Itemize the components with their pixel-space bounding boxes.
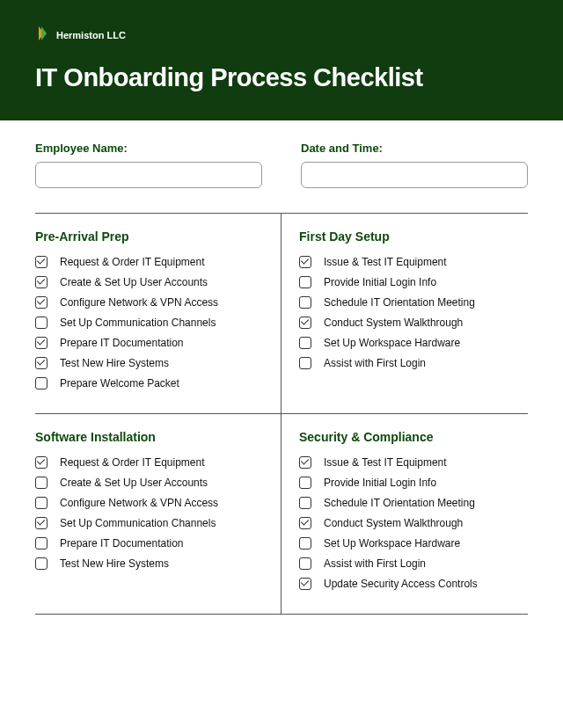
datetime-input[interactable] [301,162,528,188]
checklist-item: Conduct System Walkthrough [299,517,528,529]
item-label: Create & Set Up User Accounts [60,477,208,489]
checkbox[interactable] [299,578,311,590]
checklist-item: Request & Order IT Equipment [35,456,263,469]
item-label: Provide Initial Login Info [324,276,436,288]
checklist-grid: Pre-Arrival PrepRequest & Order IT Equip… [35,213,528,615]
header: Hermiston LLC IT Onboarding Process Chec… [0,0,563,120]
checklist-item: Update Security Access Controls [299,578,528,590]
item-label: Create & Set Up User Accounts [60,276,208,288]
checkbox[interactable] [35,377,48,389]
checkbox[interactable] [299,497,311,509]
checklist-item: Test New Hire Systems [35,557,263,570]
checkbox[interactable] [299,256,311,268]
checklist-item: Assist with First Login [299,357,528,369]
section-title: Security & Compliance [299,430,528,444]
page-title: IT Onboarding Process Checklist [35,63,528,92]
datetime-field: Date and Time: [301,142,528,188]
company-name: Hermiston LLC [56,30,126,40]
item-label: Conduct System Walkthrough [324,517,463,529]
checkbox[interactable] [299,517,311,529]
checkbox[interactable] [299,477,311,489]
checklist-section: First Day SetupIssue & Test IT Equipment… [282,214,528,414]
checklist-item: Configure Network & VPN Access [35,497,263,509]
checklist-item: Conduct System Walkthrough [299,317,528,329]
item-label: Conduct System Walkthrough [324,317,463,329]
datetime-label: Date and Time: [301,142,528,155]
checklist-item: Create & Set Up User Accounts [35,477,263,489]
item-label: Configure Network & VPN Access [60,497,218,509]
content: Employee Name: Date and Time: Pre-Arriva… [0,120,563,625]
checkbox[interactable] [35,337,48,349]
item-label: Issue & Test IT Equipment [324,256,447,268]
item-label: Schedule IT Orientation Meeting [324,296,475,309]
checkbox[interactable] [35,557,48,570]
leaf-icon [35,25,49,46]
checkbox[interactable] [299,456,311,469]
checklist-section: Pre-Arrival PrepRequest & Order IT Equip… [35,214,282,414]
employee-label: Employee Name: [35,142,262,155]
checkbox[interactable] [299,357,311,369]
checklist-item: Create & Set Up User Accounts [35,276,263,288]
checkbox[interactable] [35,517,48,529]
checkbox[interactable] [35,276,48,288]
section-title: Pre-Arrival Prep [35,229,263,244]
checkbox[interactable] [35,477,48,489]
checklist-item: Assist with First Login [299,557,528,570]
item-label: Test New Hire Systems [60,557,169,570]
item-label: Update Security Access Controls [324,578,478,590]
checklist-item: Issue & Test IT Equipment [299,456,528,469]
employee-field: Employee Name: [35,142,262,188]
checklist-item: Issue & Test IT Equipment [299,256,528,268]
checklist-section: Software InstallationRequest & Order IT … [35,414,282,615]
item-label: Set Up Workspace Hardware [324,537,460,550]
item-label: Test New Hire Systems [60,357,169,369]
checkbox[interactable] [299,276,311,288]
checklist-item: Set Up Workspace Hardware [299,337,528,349]
item-label: Request & Order IT Equipment [60,456,205,469]
item-label: Assist with First Login [324,557,426,570]
employee-input[interactable] [35,162,262,188]
checkbox[interactable] [35,357,48,369]
checklist-item: Prepare IT Documentation [35,537,263,550]
item-label: Prepare IT Documentation [60,537,184,550]
item-label: Set Up Communication Channels [60,317,216,329]
checklist-item: Provide Initial Login Info [299,477,528,489]
checklist-item: Set Up Workspace Hardware [299,537,528,550]
item-label: Request & Order IT Equipment [60,256,205,268]
item-label: Provide Initial Login Info [324,477,436,489]
checkbox[interactable] [35,317,48,329]
checkbox[interactable] [35,456,48,469]
item-label: Issue & Test IT Equipment [324,456,447,469]
checklist-item: Configure Network & VPN Access [35,296,263,309]
checkbox[interactable] [299,557,311,570]
checkbox[interactable] [299,537,311,550]
section-title: Software Installation [35,430,263,444]
item-label: Schedule IT Orientation Meeting [324,497,475,509]
item-label: Set Up Communication Channels [60,517,216,529]
checklist-item: Prepare Welcome Packet [35,377,263,389]
checklist-item: Schedule IT Orientation Meeting [299,497,528,509]
checkbox[interactable] [299,317,311,329]
checkbox[interactable] [35,497,48,509]
item-label: Set Up Workspace Hardware [324,337,460,349]
checklist-item: Request & Order IT Equipment [35,256,263,268]
checkbox[interactable] [299,296,311,309]
item-label: Assist with First Login [324,357,426,369]
checkbox[interactable] [299,337,311,349]
item-label: Prepare IT Documentation [60,337,184,349]
field-row: Employee Name: Date and Time: [35,142,528,188]
checkbox[interactable] [35,296,48,309]
logo-row: Hermiston LLC [35,25,528,46]
checklist-item: Provide Initial Login Info [299,276,528,288]
item-label: Configure Network & VPN Access [60,296,218,309]
checkbox[interactable] [35,537,48,550]
checklist-item: Schedule IT Orientation Meeting [299,296,528,309]
checklist-section: Security & ComplianceIssue & Test IT Equ… [282,414,528,615]
checkbox[interactable] [35,256,48,268]
checklist-item: Set Up Communication Channels [35,517,263,529]
item-label: Prepare Welcome Packet [60,377,179,389]
checklist-item: Prepare IT Documentation [35,337,263,349]
checklist-item: Test New Hire Systems [35,357,263,369]
checklist-item: Set Up Communication Channels [35,317,263,329]
section-title: First Day Setup [299,229,528,244]
